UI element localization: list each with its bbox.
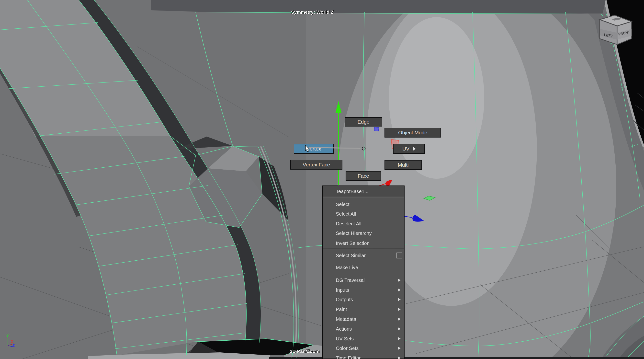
- marking-menu-vertex-face-label: Vertex Face: [302, 162, 330, 168]
- marking-menu-face[interactable]: Face: [346, 171, 381, 181]
- viewport-3d-scene[interactable]: LEFT FRONT y x z: [0, 0, 644, 359]
- marking-menu-multi[interactable]: Multi: [384, 160, 422, 170]
- submenu-arrow-icon: [398, 288, 401, 291]
- marking-menu-uv-label: UV: [402, 146, 410, 152]
- menu-item-paint[interactable]: Paint: [323, 304, 404, 314]
- menu-separator: [323, 273, 404, 273]
- submenu-arrow-icon: [398, 308, 401, 311]
- menu-item-select-all[interactable]: Select All: [323, 209, 404, 219]
- submenu-arrow-icon: [413, 147, 416, 151]
- symmetry-status: Symmetry: World Z: [291, 10, 334, 15]
- component-flag-blue: [374, 127, 379, 131]
- marking-menu-edge[interactable]: Edge: [344, 117, 382, 127]
- marking-menu-vertex[interactable]: Vertex: [294, 144, 334, 154]
- menu-item-inputs[interactable]: Inputs: [323, 285, 404, 295]
- submenu-arrow-icon: [398, 318, 401, 320]
- menu-item-label: Select: [336, 202, 350, 207]
- menu-item-label: Inputs: [336, 287, 349, 293]
- marking-menu-vertex-face[interactable]: Vertex Face: [290, 160, 342, 170]
- menu-item-outputs[interactable]: Outputs: [323, 295, 404, 304]
- menu-item-label: Time Editor: [336, 355, 361, 359]
- menu-item-actions[interactable]: Actions: [323, 324, 404, 334]
- menu-item-select-similar[interactable]: Select Similar: [323, 251, 404, 260]
- menu-item-label: Make Live: [336, 265, 358, 270]
- menu-item-uv-sets[interactable]: UV Sets: [323, 334, 404, 343]
- menu-separator: [323, 261, 404, 261]
- context-menu-title: TeapotBase1...: [323, 186, 404, 196]
- submenu-arrow-icon: [398, 337, 401, 340]
- menu-item-dg-traversal[interactable]: DG Traversal: [323, 275, 404, 285]
- menu-item-label: Select Hierarchy: [336, 230, 372, 236]
- menu-item-label: UV Sets: [336, 336, 354, 341]
- pan-zoom-status: 2D Pan/Zoom: [290, 349, 320, 354]
- menu-item-label: Color Sets: [336, 345, 358, 351]
- marking-menu-edge-label: Edge: [357, 119, 369, 125]
- menu-item-label: DG Traversal: [336, 277, 365, 283]
- maya-viewport[interactable]: LEFT FRONT y x z Symmetry: World Z 2D Pa…: [0, 0, 644, 359]
- axis-z-label: z: [13, 343, 15, 347]
- menu-item-select[interactable]: Select: [323, 199, 404, 209]
- menu-item-label: Outputs: [336, 297, 353, 302]
- view-cube[interactable]: LEFT FRONT: [600, 15, 632, 45]
- menu-separator: [323, 248, 404, 249]
- submenu-arrow-icon: [398, 298, 401, 301]
- menu-item-label: Actions: [336, 326, 352, 331]
- menu-item-deselect-all[interactable]: Deselect All: [323, 219, 404, 229]
- menu-item-label: Invert Selection: [336, 241, 370, 246]
- submenu-arrow-icon: [398, 356, 401, 359]
- menu-separator: [323, 197, 404, 197]
- axis-y-label: y: [6, 332, 9, 337]
- marking-menu-face-label: Face: [358, 173, 369, 179]
- menu-item-label: Paint: [336, 307, 347, 312]
- menu-item-label: Select Similar: [336, 253, 366, 258]
- submenu-arrow-icon: [398, 327, 401, 330]
- menu-item-invert-selection[interactable]: Invert Selection: [323, 238, 404, 248]
- menu-item-make-live[interactable]: Make Live: [323, 263, 404, 272]
- select-similar-checkbox[interactable]: [396, 252, 402, 258]
- context-menu: TeapotBase1... Select Select All Deselec…: [322, 185, 404, 359]
- marking-menu-object-mode-label: Object Mode: [398, 130, 427, 136]
- menu-item-label: Deselect All: [336, 221, 362, 226]
- top-dark-band: [151, 0, 606, 14]
- marking-menu-object-mode[interactable]: Object Mode: [384, 128, 441, 138]
- menu-item-metadata[interactable]: Metadata: [323, 314, 404, 324]
- menu-item-time-editor[interactable]: Time Editor: [323, 353, 404, 359]
- menu-item-select-hierarchy[interactable]: Select Hierarchy: [323, 228, 404, 238]
- submenu-arrow-icon: [398, 347, 401, 350]
- menu-item-label: Select All: [336, 211, 356, 217]
- marking-menu-vertex-label: Vertex: [306, 146, 321, 152]
- menu-item-label: Metadata: [336, 316, 356, 322]
- submenu-arrow-icon: [398, 279, 401, 282]
- marking-menu-multi-label: Multi: [398, 162, 408, 168]
- body-highlight-inner: [389, 17, 484, 179]
- marking-menu-uv[interactable]: UV: [393, 144, 425, 154]
- menu-item-color-sets[interactable]: Color Sets: [323, 343, 404, 353]
